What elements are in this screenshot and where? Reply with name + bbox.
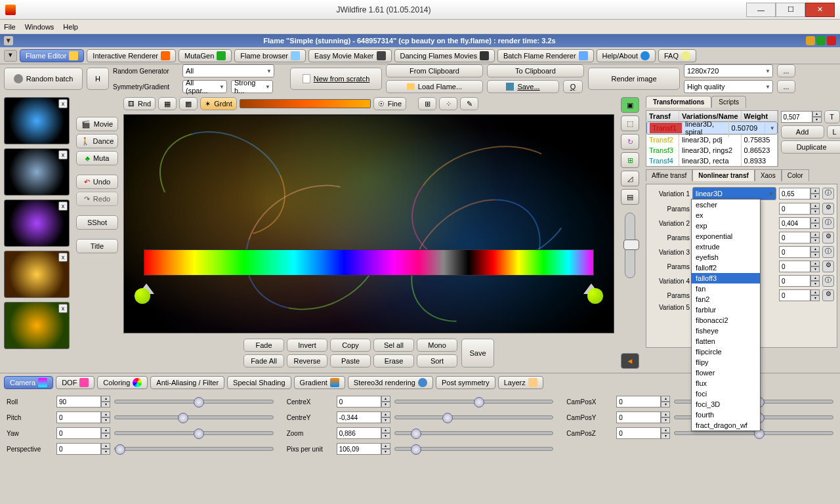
menu-help[interactable]: Help [63, 23, 78, 31]
tab-flame-browser[interactable]: Flame browser [234, 49, 306, 62]
tab-batch-renderer[interactable]: Batch Flame Renderer [497, 49, 594, 62]
collapse-toggle[interactable]: ▾ [4, 50, 17, 62]
cy-spinner[interactable]: ▴▾ [337, 411, 390, 423]
tool-button-4[interactable]: ⁘ [439, 97, 457, 110]
symmetry-select[interactable]: All (spar... [182, 80, 227, 93]
gradient-editor-strip[interactable] [144, 249, 594, 276]
dropdown-option[interactable]: foci [692, 388, 760, 399]
persp-spinner[interactable]: ▴▾ [56, 443, 110, 455]
dropdown-option[interactable]: fourth [692, 410, 760, 420]
btab-camera[interactable]: Camera [4, 376, 53, 389]
grdnt-button[interactable]: ✶Grdnt [200, 97, 237, 110]
random-batch-button[interactable]: Random batch [4, 68, 83, 90]
dropdown-option[interactable]: falloff3 [692, 273, 760, 284]
internal-minimize-icon[interactable] [806, 36, 815, 45]
sshot-button[interactable]: SShot [76, 215, 118, 230]
gradient-handle-right[interactable] [587, 288, 603, 304]
load-flame-button[interactable]: Load Flame... [386, 80, 483, 93]
tool-speaker[interactable]: ◄ [621, 353, 639, 369]
dropdown-option[interactable]: falloff2 [692, 262, 760, 273]
subtab-nonlinear[interactable]: Nonlinear transf [692, 169, 755, 181]
dropdown-option[interactable]: eyefish [692, 252, 760, 262]
thumbnail[interactable]: x [4, 302, 70, 349]
thumb-close-icon[interactable]: x [58, 150, 68, 159]
dropdown-option[interactable]: fibonacci2 [692, 315, 760, 326]
subtab-color[interactable]: Color [782, 169, 809, 181]
maximize-button[interactable]: ☐ [776, 3, 805, 17]
btab-gradient[interactable]: Gradient [294, 376, 345, 389]
variation3-value[interactable]: ▴▾ [779, 246, 820, 258]
save-button[interactable]: Save... [487, 80, 559, 93]
tool-rotate[interactable]: ↻ [621, 134, 639, 150]
duplicate-button[interactable]: Duplicate [781, 140, 840, 154]
roll-slider[interactable] [114, 400, 274, 404]
pitch-slider[interactable] [114, 415, 274, 419]
dropdown-option[interactable]: extrude [692, 242, 760, 252]
sort-button[interactable]: Sort [417, 354, 457, 368]
fadeall-button[interactable]: Fade All [243, 354, 284, 368]
render-image-button[interactable]: Render image [588, 68, 680, 90]
tab-faq[interactable]: FAQ [658, 49, 696, 62]
thumbnail[interactable]: x [4, 97, 70, 144]
dropdown-option[interactable]: foci_3D [692, 399, 760, 410]
dance-button[interactable]: 🚶Dance [76, 134, 118, 148]
muta-button[interactable]: ♣Muta [76, 151, 118, 165]
dropdown-option[interactable]: escher [692, 200, 760, 210]
close-button[interactable]: ✕ [805, 3, 835, 17]
gear-icon[interactable]: ⚙ [822, 261, 834, 272]
variation4-value[interactable]: ▴▾ [779, 275, 820, 287]
canvas[interactable] [123, 114, 614, 333]
tool-view[interactable]: ▣ [621, 97, 639, 113]
zoom-slider-h[interactable] [394, 431, 554, 435]
undo-button[interactable]: ↶Undo [76, 175, 118, 189]
tab-mutagen[interactable]: MutaGen [178, 49, 232, 62]
h-button[interactable]: H [87, 68, 109, 90]
strong-hue-select[interactable]: Strong h... [231, 80, 273, 93]
tool-button-3[interactable]: ⊞ [418, 97, 436, 110]
tab-interactive-renderer[interactable]: Interactive Renderer [87, 49, 176, 62]
erase-button[interactable]: Erase [373, 354, 414, 368]
add-button[interactable]: Add [781, 125, 824, 138]
cx-spinner[interactable]: ▴▾ [337, 396, 390, 408]
params1-value[interactable]: ▴▾ [779, 203, 820, 215]
collapse-button[interactable]: ▾ [4, 36, 13, 45]
pitch-spinner[interactable]: ▴▾ [56, 411, 110, 423]
resolution-select[interactable]: 1280x720 [684, 64, 773, 77]
table-row[interactable]: Transf4linear3D, recta0.8933 [646, 156, 778, 166]
info-icon[interactable]: ⓘ [822, 275, 834, 287]
table-row[interactable]: Transf3linear3D, rings20.86523 [646, 145, 778, 156]
cx-slider[interactable] [394, 400, 554, 404]
yaw-spinner[interactable]: ▴▾ [56, 427, 110, 439]
thumb-close-icon[interactable]: x [58, 304, 68, 313]
thumb-close-icon[interactable]: x [58, 253, 68, 262]
persp-slider[interactable] [114, 447, 274, 451]
gradient-handle-left[interactable] [135, 288, 150, 304]
t-button[interactable]: T [824, 110, 840, 123]
new-from-scratch-button[interactable]: New from scratch [290, 68, 382, 90]
gradient-save-button[interactable]: Save [461, 339, 494, 368]
btab-postsym[interactable]: Post symmetry [436, 376, 495, 389]
tool-button-5[interactable]: ✎ [460, 97, 478, 110]
cy-slider[interactable] [394, 415, 554, 419]
mono-button[interactable]: Mono [417, 339, 457, 352]
dropdown-option[interactable]: exp [692, 220, 760, 231]
params3-value[interactable]: ▴▾ [779, 261, 820, 272]
selall-button[interactable]: Sel all [373, 339, 414, 352]
l-button[interactable]: L [827, 125, 840, 138]
subtab-affine[interactable]: Affine transf [646, 169, 692, 181]
subtab-xaos[interactable]: Xaos [755, 169, 782, 181]
tab-dancing-flames[interactable]: Dancing Flames Movies [394, 49, 495, 62]
quality-select[interactable]: High quality [684, 80, 773, 93]
variation2-value[interactable]: ▴▾ [779, 217, 820, 229]
roll-spinner[interactable]: ▴▾ [56, 396, 110, 408]
internal-close-icon[interactable] [827, 36, 836, 45]
copy-button[interactable]: Copy [330, 339, 371, 352]
gear-icon[interactable]: ⚙ [822, 289, 834, 301]
gradient-preview-bar[interactable] [240, 99, 371, 108]
tool-layers[interactable]: ▤ [621, 189, 639, 205]
yaw-slider[interactable] [114, 431, 274, 435]
params2-value[interactable]: ▴▾ [779, 232, 820, 243]
paste-button[interactable]: Paste [330, 354, 371, 368]
res-more-button[interactable]: ... [777, 64, 795, 77]
random-gen-select[interactable]: All [182, 64, 274, 77]
